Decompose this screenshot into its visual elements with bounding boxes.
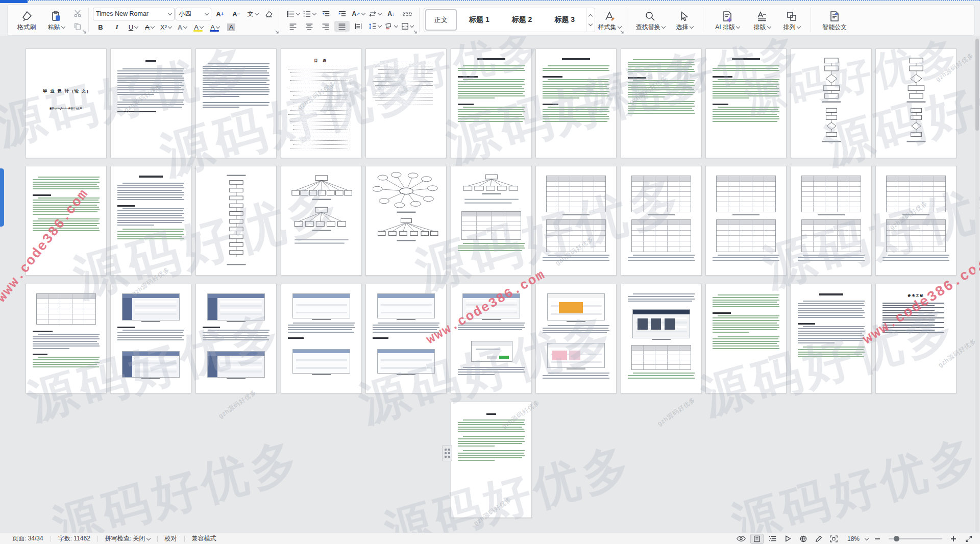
page-thumbnail-4[interactable]: 目 录 [281, 48, 362, 158]
zoom-slider[interactable] [889, 538, 942, 539]
numbered-list-button[interactable] [302, 9, 317, 19]
proofread-button[interactable]: 校对 [158, 534, 184, 543]
style-item-normal[interactable]: 正文 [425, 9, 457, 31]
style-gallery-up-button[interactable] [586, 12, 595, 20]
font-size-combobox[interactable]: 小四 [176, 8, 211, 20]
ruler-toggle-button[interactable] [400, 9, 415, 19]
page-thumbnail-24[interactable] [110, 284, 191, 393]
page-thumbnail-3[interactable] [195, 48, 277, 158]
page-thumbnail-9[interactable] [705, 48, 787, 158]
select-button[interactable]: 选择 [670, 6, 699, 34]
text-direction-button[interactable] [367, 9, 382, 19]
align-center-button[interactable] [302, 21, 317, 32]
page-thumbnail-30[interactable] [621, 284, 702, 393]
clear-format-button[interactable] [261, 9, 277, 19]
format-painter-button[interactable]: 格式刷 [12, 6, 41, 34]
page-thumbnail-11[interactable] [875, 48, 957, 158]
sort-button[interactable]: A↓ [383, 9, 399, 19]
page-thumbnail-15[interactable] [281, 166, 362, 276]
page-thumbnail-34[interactable] [451, 402, 532, 518]
page-thumbnail-16[interactable] [365, 166, 447, 276]
justify-button[interactable] [334, 21, 350, 32]
shrink-font-button[interactable]: A− [229, 9, 244, 19]
zoom-in-button[interactable] [947, 534, 960, 543]
web-view-button[interactable] [797, 534, 810, 543]
character-scale-button[interactable]: A↗ [351, 9, 366, 19]
word-count[interactable]: 字数: 11462 [51, 534, 97, 543]
page-thumbnail-23[interactable] [26, 284, 107, 393]
text-effects-button[interactable]: A [175, 22, 190, 33]
align-right-button[interactable] [318, 21, 333, 32]
vertical-scrollbar[interactable] [975, 38, 979, 532]
increase-indent-button[interactable] [334, 9, 350, 19]
page-thumbnail-2[interactable] [110, 48, 191, 158]
page-thumbnail-14[interactable] [195, 166, 277, 276]
page-thumbnail-29[interactable] [535, 284, 617, 393]
page-thumbnail-1[interactable]: 毕 业 设 计 (论 文)基于springboot···的设计与实现 [26, 48, 107, 158]
bullet-list-button[interactable] [285, 9, 301, 19]
underline-button[interactable]: U [126, 22, 141, 33]
phonetic-guide-button[interactable]: 文 [245, 9, 260, 19]
shading-button[interactable] [383, 21, 399, 32]
collapsed-sidebar-handle[interactable] [0, 168, 4, 227]
page-thumbnail-18[interactable] [535, 166, 617, 276]
page-thumbnail-31[interactable] [705, 284, 787, 393]
align-left-button[interactable] [285, 21, 301, 32]
page-thumbnail-8[interactable] [621, 48, 702, 158]
page-thumbnail-33[interactable]: 参考文献 [875, 284, 957, 393]
focus-mode-button[interactable] [828, 534, 840, 543]
page-thumbnail-20[interactable] [705, 166, 787, 276]
page-thumbnail-28[interactable] [451, 284, 532, 393]
clipboard-dialog-launcher[interactable] [82, 30, 87, 35]
page-thumbnail-22[interactable] [875, 166, 957, 276]
arrange-button[interactable]: 排列 [777, 6, 806, 34]
page-thumbnail-13[interactable] [110, 166, 191, 276]
bold-button[interactable]: B [93, 22, 108, 33]
cut-button[interactable] [71, 8, 84, 19]
spellcheck-status[interactable]: 拼写检查: 关闭 [98, 534, 157, 543]
page-thumbnail-32[interactable] [791, 284, 872, 393]
outline-view-button[interactable] [767, 534, 779, 543]
annotate-button[interactable] [813, 534, 825, 543]
page-thumbnail-6[interactable] [451, 48, 532, 158]
line-spacing-button[interactable] [367, 21, 382, 32]
page-thumbnail-19[interactable] [621, 166, 702, 276]
character-shading-button[interactable]: A [224, 22, 239, 33]
paragraph-dialog-launcher[interactable] [413, 30, 418, 35]
page-thumbnail-5[interactable] [365, 48, 447, 158]
strikethrough-button[interactable]: A [142, 22, 157, 33]
document-canvas[interactable]: 毕 业 设 计 (论 文)基于springboot···的设计与实现目 录参考文… [0, 36, 980, 534]
distribute-button[interactable] [351, 21, 366, 32]
font-color-button[interactable]: A [207, 22, 223, 33]
slideshow-view-button[interactable] [782, 534, 794, 543]
zoom-out-button[interactable] [871, 534, 884, 543]
page-view-button[interactable] [750, 534, 764, 544]
page-thumbnail-27[interactable] [365, 284, 447, 393]
superscript-button[interactable]: X² [158, 22, 174, 33]
page-thumbnail-17[interactable] [451, 166, 532, 276]
paste-button[interactable]: 粘贴 [41, 6, 71, 34]
preview-eye-button[interactable] [735, 534, 747, 543]
grow-font-button[interactable]: A+ [212, 9, 228, 19]
style-gallery-down-button[interactable] [586, 20, 595, 28]
fullscreen-button[interactable] [963, 534, 975, 543]
font-family-combobox[interactable]: Times New Romar [93, 8, 175, 20]
ai-layout-button[interactable]: AI 排版 [707, 6, 747, 34]
style-item-heading2[interactable]: 标题 2 [501, 8, 544, 32]
find-replace-button[interactable]: 查找替换 [630, 6, 670, 34]
typeset-button[interactable]: 排版 [747, 6, 777, 34]
highlight-color-button[interactable]: A [191, 22, 206, 33]
zoom-level[interactable]: 18% [843, 535, 861, 542]
style-item-heading3[interactable]: 标题 3 [543, 8, 586, 32]
page-thumbnail-7[interactable] [535, 48, 617, 158]
italic-button[interactable]: I [109, 22, 125, 33]
page-thumbnail-26[interactable] [281, 284, 362, 393]
page-drag-handle[interactable] [442, 445, 452, 461]
smart-doc-button[interactable]: 智能公文 [815, 6, 854, 34]
decrease-indent-button[interactable] [318, 9, 333, 19]
page-thumbnail-21[interactable] [791, 166, 872, 276]
scrollbar-thumb[interactable] [975, 39, 979, 131]
page-thumbnail-12[interactable] [26, 166, 107, 276]
zoom-slider-knob[interactable] [894, 536, 899, 541]
page-thumbnail-25[interactable] [195, 284, 277, 393]
